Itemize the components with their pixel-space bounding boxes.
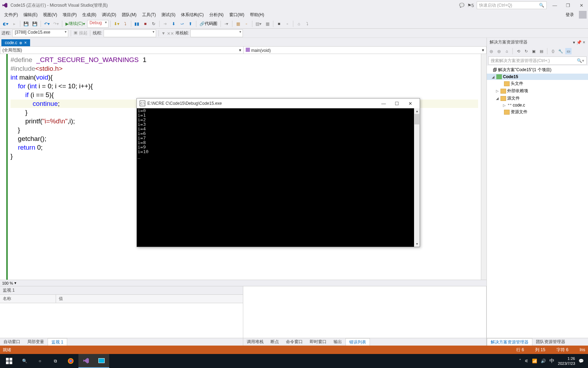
tab-immediate[interactable]: 即时窗口	[306, 338, 330, 346]
close-button[interactable]: ✕	[576, 1, 587, 9]
menu-window[interactable]: 窗口(W)	[226, 11, 247, 19]
headers-folder[interactable]: 头文件	[487, 80, 588, 87]
tab-output[interactable]: 输出	[330, 338, 345, 346]
menu-project[interactable]: 项目(P)	[60, 11, 79, 19]
menu-build[interactable]: 生成(B)	[79, 11, 99, 19]
restart-button[interactable]: ↻	[150, 20, 158, 28]
menu-view[interactable]: 视图(V)	[40, 11, 60, 19]
console-scrollbar[interactable]: ▴ ▾	[414, 108, 420, 247]
se-sync-button[interactable]: ⟲	[515, 48, 522, 54]
scope-combo[interactable]: (全局范围)▾	[0, 47, 244, 54]
notifications-icon[interactable]: 💬	[459, 3, 464, 8]
misc-button-5[interactable]: ▦	[264, 20, 271, 28]
minimize-button[interactable]: —	[550, 1, 560, 9]
source-folder[interactable]: ◢ 源文件	[487, 95, 588, 102]
save-all-button[interactable]: 💾	[31, 20, 39, 28]
chevron-down-icon[interactable]: ▾	[573, 40, 575, 45]
misc-button-6[interactable]: ■	[275, 20, 283, 28]
step-button-1[interactable]: ⬇▾	[112, 20, 121, 28]
console-close-button[interactable]: ✕	[404, 101, 417, 106]
member-combo[interactable]: main(void)▾	[244, 47, 486, 54]
network-icon[interactable]: ⚟	[525, 359, 528, 363]
project-node[interactable]: ◢ Code15	[487, 74, 588, 80]
save-button[interactable]: 💾	[22, 20, 30, 28]
search-button[interactable]: 🔍	[17, 354, 32, 368]
misc-button-9[interactable]: ⤵	[303, 20, 311, 28]
menu-edit[interactable]: 编辑(E)	[21, 11, 40, 19]
source-file-node[interactable]: ▷⁺⁺ code.c	[487, 102, 588, 108]
start-button[interactable]	[1, 354, 17, 368]
console-window[interactable]: C:\ E:\NCRE C\Code15\Debug\Code15.exe — …	[136, 98, 420, 247]
tab-locals[interactable]: 局部变量	[24, 338, 48, 346]
menu-analyze[interactable]: 分析(N)	[206, 11, 226, 19]
tab-close-icon[interactable]: ×	[24, 40, 27, 45]
avatar-icon[interactable]	[579, 11, 587, 19]
ime-indicator[interactable]: 中	[550, 358, 554, 364]
menu-team[interactable]: 团队(M)	[119, 11, 139, 19]
undo-button[interactable]: ↶▾	[43, 20, 51, 28]
zoom-level[interactable]: 100 %	[2, 281, 13, 285]
nav-forward-button[interactable]: ▸	[10, 20, 18, 28]
step-button-2[interactable]: ⤵	[121, 20, 129, 28]
process-combo[interactable]: [3788] Code15.exe	[12, 29, 68, 37]
close-icon[interactable]: ×	[583, 40, 585, 45]
cortana-button[interactable]: ○	[32, 354, 48, 368]
clock[interactable]: 1:26 2023/7/23	[558, 356, 575, 366]
se-refresh-button[interactable]: ↻	[523, 48, 529, 54]
filter-icon[interactable]: ▼	[161, 31, 166, 36]
file-tab-code-c[interactable]: code.c ⊕ ×	[1, 39, 30, 46]
tray-expand-icon[interactable]: ˄	[519, 359, 521, 363]
scroll-up-icon[interactable]: ▴	[414, 108, 420, 114]
step-into-button[interactable]: ⬇	[170, 20, 177, 28]
tab-command[interactable]: 命令窗口	[282, 338, 306, 346]
editor-scrollbar[interactable]	[481, 54, 486, 280]
menu-test[interactable]: 测试(S)	[159, 11, 178, 19]
volume-icon[interactable]: 🔊	[541, 359, 546, 363]
visualstudio-button[interactable]	[78, 354, 94, 368]
scroll-down-icon[interactable]: ▾	[414, 241, 420, 247]
resource-folder[interactable]: 资源文件	[487, 108, 588, 116]
restore-button[interactable]: ❐	[563, 1, 573, 9]
external-folder[interactable]: ▷ 外部依赖项	[487, 87, 588, 95]
tab-errorlist[interactable]: 错误列表	[345, 338, 370, 346]
wifi-icon[interactable]: 📶	[532, 359, 537, 363]
thread-icon[interactable]: ⨯⨯	[167, 31, 174, 36]
quick-launch-input[interactable]: 快速启动 (Ctrl+Q) 🔍	[477, 1, 547, 9]
login-button[interactable]: 登录	[563, 11, 577, 19]
watch-col-value[interactable]: 值	[56, 295, 66, 303]
pin-icon[interactable]: 📌	[576, 40, 582, 45]
misc-button-1[interactable]: ▫▾	[223, 20, 230, 28]
chrome-button[interactable]	[63, 354, 78, 368]
tab-breakpoints[interactable]: 断点	[267, 338, 282, 346]
stop-button[interactable]: ■	[141, 20, 149, 28]
config-combo[interactable]: Debug	[87, 20, 108, 28]
solution-node[interactable]: 🗐 解决方案"Code15"(1 个项目)	[487, 66, 588, 74]
stackframe-combo[interactable]	[190, 29, 243, 37]
tab-solution-explorer[interactable]: 解决方案资源管理器	[487, 338, 532, 346]
misc-button-8[interactable]: ⌂	[295, 20, 303, 28]
step-over-button[interactable]: ⤻	[178, 20, 186, 28]
watch-col-name[interactable]: 名称	[0, 295, 56, 303]
pin-icon[interactable]: ⊕	[19, 41, 22, 45]
menu-help[interactable]: 帮助(H)	[247, 11, 267, 19]
console-title-bar[interactable]: C:\ E:\NCRE C\Code15\Debug\Code15.exe — …	[137, 98, 420, 108]
se-preview-button[interactable]: ⟨⟩	[550, 48, 556, 54]
redo-button[interactable]: ↷▾	[52, 20, 60, 28]
tab-callstack[interactable]: 调用堆栈	[243, 338, 267, 346]
feedback-flag-icon[interactable]: ⚑5	[467, 3, 474, 8]
console-maximize-button[interactable]: ☐	[390, 101, 404, 106]
step-out-button[interactable]: ⬆	[187, 20, 194, 28]
console-output[interactable]: i=0 i=1 i=2 i=3 i=4 i=6 i=7 i=8 i=9 i=10…	[137, 108, 414, 247]
codemap-button[interactable]: 🔗 代码图	[198, 20, 219, 28]
se-home-button[interactable]: ⌂	[504, 48, 510, 54]
tab-watch1[interactable]: 监视 1	[48, 338, 67, 346]
chevron-down-icon[interactable]: ▾	[14, 281, 16, 285]
tab-team-explorer[interactable]: 团队资源管理器	[532, 338, 569, 346]
se-fwd-button[interactable]: ◎	[496, 48, 502, 54]
pause-button[interactable]: ▮▮	[133, 20, 141, 28]
console-taskbar-button[interactable]	[94, 354, 109, 368]
misc-button-7[interactable]: ▫	[284, 20, 291, 28]
se-back-button[interactable]: ◎	[488, 48, 495, 54]
se-properties-button[interactable]: 🔧	[558, 48, 564, 54]
menu-file[interactable]: 文件(F)	[1, 11, 21, 19]
